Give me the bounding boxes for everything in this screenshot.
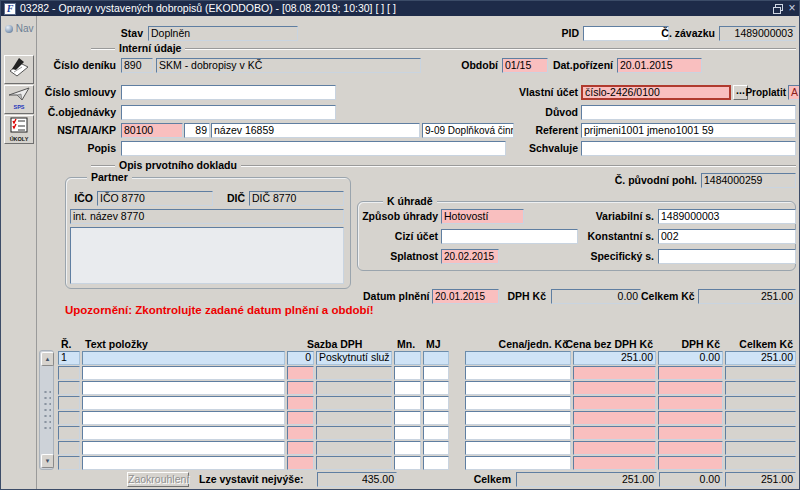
scroll-up-icon[interactable]: ▲ (41, 352, 54, 366)
grid-cell-cena_jedn[interactable] (465, 396, 571, 410)
ta-field[interactable]: 89 (184, 123, 210, 138)
sps-button[interactable]: SPS (4, 85, 34, 114)
specificky-field[interactable] (658, 249, 796, 264)
obdobi-field[interactable]: 01/15 (502, 58, 548, 73)
grid-cell-mn[interactable] (394, 396, 421, 410)
puvodni-pohl-field: 1484000259 (701, 173, 796, 188)
grid-cell-cena_bez[interactable] (573, 456, 656, 470)
grid-cell-cena_jedn[interactable] (465, 411, 571, 425)
grid-cell-mn[interactable] (394, 426, 421, 440)
grid-cell-cena_jedn[interactable] (465, 381, 571, 395)
grid-cell-mn[interactable] (394, 441, 421, 455)
grid-cell-text[interactable] (82, 441, 285, 455)
sign-button[interactable] (4, 55, 34, 84)
grid-cell-cena_bez[interactable]: 251.00 (573, 351, 656, 365)
grid-cell-sazba[interactable]: 0 (287, 351, 314, 365)
konstantni-field[interactable]: 002 (658, 229, 796, 244)
grid-cell-cena_bez[interactable] (573, 426, 656, 440)
grid-cell-dph[interactable]: 0.00 (658, 351, 723, 365)
vlastni-ucet-field[interactable]: číslo-2426/0100 (581, 85, 731, 100)
referent-field[interactable]: prijmeni1001 jmeno1001 59 (581, 123, 796, 138)
grid-cell-cena_jedn[interactable] (465, 456, 571, 470)
cislo-smlouvy-field[interactable] (121, 85, 336, 100)
pid-field[interactable] (583, 26, 669, 41)
grid-cell-mn[interactable] (394, 456, 421, 470)
grid-cell-mj[interactable] (423, 396, 449, 410)
lze-vystavit-label: Lze vystavit nejvýše: (199, 474, 311, 485)
zpusob-uhrady-field[interactable]: Hotovostí (441, 209, 524, 224)
opis-legend: Opis prvotního dokladu (115, 159, 241, 171)
restore-icon[interactable] (771, 2, 785, 15)
grid-cell-celkem (725, 411, 796, 425)
ns-field[interactable]: 80100 (121, 123, 183, 138)
grid-cell-cena_bez[interactable] (573, 441, 656, 455)
grid-cell-cena_jedn[interactable] (465, 366, 571, 380)
grid-cell-dph[interactable] (658, 441, 723, 455)
grid-cell-sazba_text (316, 381, 392, 395)
grid-cell-mj[interactable] (423, 366, 449, 380)
grid-cell-sazba[interactable] (287, 411, 314, 425)
grid-cell-sazba[interactable] (287, 426, 314, 440)
total-dph-field: 0.00 (659, 472, 723, 487)
int-nazev-field: int. název 8770 (70, 209, 344, 224)
popis-field[interactable] (121, 141, 506, 156)
grid-cell-cena_bez[interactable] (573, 366, 656, 380)
grid-cell-text[interactable] (82, 411, 285, 425)
grid-cell-text[interactable] (82, 426, 285, 440)
scroll-down-icon[interactable]: ▼ (41, 454, 54, 468)
grid-cell-mj[interactable] (423, 441, 449, 455)
partner-adresa-field (70, 227, 344, 284)
grid-cell-mj[interactable] (423, 381, 449, 395)
grid-cell-text[interactable] (82, 381, 285, 395)
dat-porizeni-field[interactable]: 20.01.2015 (617, 58, 702, 73)
grid-cell-sazba[interactable] (287, 441, 314, 455)
grid-cell-mn[interactable] (394, 411, 421, 425)
grid-cell-mn[interactable] (394, 381, 421, 395)
grid-cell-cena_bez[interactable] (573, 411, 656, 425)
duvod-field[interactable] (581, 105, 796, 120)
grid-cell-dph[interactable] (658, 411, 723, 425)
grid-cell-mj[interactable] (423, 351, 449, 365)
stav-field: Doplněn (148, 26, 298, 41)
grid-cell-cena_jedn[interactable] (465, 441, 571, 455)
splatnost-field[interactable]: 20.02.2015 (441, 249, 499, 264)
close-icon[interactable]: × (785, 2, 799, 15)
scrollbar-grip[interactable] (43, 389, 51, 429)
grid-cell-cena_jedn[interactable] (465, 426, 571, 440)
col-header-dph: DPH Kč (681, 339, 720, 350)
cizi-ucet-field[interactable] (441, 229, 578, 244)
grid-cell-dph[interactable] (658, 396, 723, 410)
grid-cell-dph[interactable] (658, 426, 723, 440)
grid-cell-sazba[interactable] (287, 366, 314, 380)
nav-toggle[interactable]: Nav (5, 23, 34, 34)
grid-cell-sazba[interactable] (287, 381, 314, 395)
grid-cell-cena_jedn[interactable] (465, 351, 571, 365)
grid-cell-cena_bez[interactable] (573, 396, 656, 410)
grid-cell-text[interactable] (82, 456, 285, 470)
ukoly-button[interactable]: ÚKOLY (4, 115, 34, 144)
grid-cell-text[interactable] (82, 366, 285, 380)
grid-scrollbar[interactable]: ▲ ▼ (39, 350, 54, 470)
grid-cell-dph[interactable] (658, 366, 723, 380)
schvaluje-field[interactable] (581, 141, 796, 156)
grid-cell-cena_bez[interactable] (573, 381, 656, 395)
grid-cell-text[interactable] (82, 351, 285, 365)
grid-cell-mn[interactable] (394, 351, 421, 365)
proplatit-field[interactable]: A (788, 85, 800, 100)
c-objednavky-field[interactable] (121, 105, 336, 120)
grid-cell-mj[interactable] (423, 411, 449, 425)
variabilni-field[interactable]: 1489000003 (658, 209, 796, 224)
grid-cell-mj[interactable] (423, 426, 449, 440)
col-header-radek: Ř. (61, 339, 72, 350)
grid-cell-sazba[interactable] (287, 396, 314, 410)
grid-cell-text[interactable] (82, 396, 285, 410)
datum-plneni-field[interactable]: 20.01.2015 (432, 289, 499, 304)
col-header-mn: Mn. (397, 339, 415, 350)
grid-cell-mj[interactable] (423, 456, 449, 470)
grid-cell-mn[interactable] (394, 366, 421, 380)
zaokrouhleni-button[interactable]: Zaokrouhlení (127, 472, 189, 487)
grid-cell-dph[interactable] (658, 456, 723, 470)
grid-cell-sazba[interactable] (287, 456, 314, 470)
grid-cell-sazba_text (316, 411, 392, 425)
grid-cell-dph[interactable] (658, 381, 723, 395)
